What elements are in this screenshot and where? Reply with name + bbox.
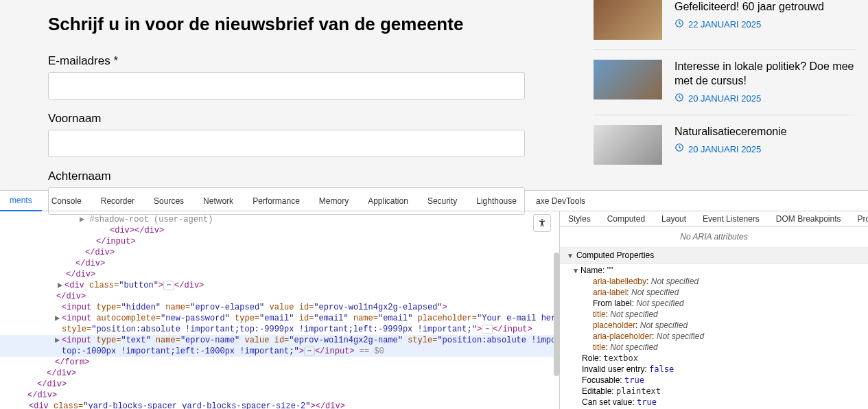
code-line: </form> [0,357,559,368]
elements-tree[interactable]: ▶ #shadow-root (user-agent) <div></div> … [0,211,559,409]
news-thumbnail [594,60,662,100]
subtab-properties[interactable]: Prop [849,211,868,226]
code-line: </div> [0,390,559,401]
svg-point-3 [541,219,543,220]
tab-application[interactable]: Application [358,191,418,211]
code-line: </div> [0,258,559,269]
prop-subrow: From label: Not specified [560,298,868,309]
tab-recorder[interactable]: Recorder [91,191,144,211]
tab-security[interactable]: Security [418,191,467,211]
form-title: Schrijf u in voor de nieuwsbrief van de … [48,14,546,35]
subtab-layout[interactable]: Layout [653,211,694,226]
computed-properties-header[interactable]: ▼Computed Properties [560,248,868,264]
tab-elements[interactable]: ments [0,191,42,211]
styles-tabbar: Styles Computed Layout Event Listeners D… [560,211,868,226]
news-item[interactable]: Interesse in lokale politiek? Doe mee me… [594,49,856,115]
code-line: ▶ #shadow-root (user-agent) [0,214,559,225]
prop-subrow: placeholder: Not specified [560,320,868,331]
clock-icon [675,19,684,31]
newsletter-form: Schrijf u in voor de nieuwsbrief van de … [0,0,594,190]
devtools-panel: ments Console Recorder Sources Network P… [0,190,868,409]
code-line: style="position:absolute !important;top:… [0,324,559,335]
news-title: Gefeliciteerd! 60 jaar getrouwd [675,0,856,14]
email-input[interactable] [48,72,525,100]
prop-row: Focusable: true [560,375,868,386]
code-line: </div> [0,291,559,302]
prop-subrow: aria-label: Not specified [560,287,868,298]
prop-row: Editable: plaintext [560,386,868,397]
no-aria-message: No ARIA attributes [560,226,868,248]
news-date: 20 JANUARI 2025 [688,144,761,154]
tab-console[interactable]: Console [42,191,91,211]
subtab-dombreakpoints[interactable]: DOM Breakpoints [768,211,849,226]
tab-network[interactable]: Network [193,191,243,211]
code-line-selected[interactable]: top:-1000px !important;left:-1000px !imp… [0,346,559,357]
code-line: ▶<div class="button">⋯</div> [0,280,559,291]
subtab-computed[interactable]: Computed [599,211,653,226]
prop-subrow: aria-placeholder: Not specified [560,331,868,342]
styles-panel: Styles Computed Layout Event Listeners D… [559,211,868,409]
clock-icon [675,93,684,105]
code-line: <div></div> [0,225,559,236]
news-item[interactable]: Naturalisatieceremonie 20 JANUARI 2025 [594,115,856,174]
code-line: ▶<input autocomplete="new-password" type… [0,313,559,324]
subtab-styles[interactable]: Styles [560,211,599,226]
subtab-eventlisteners[interactable]: Event Listeners [694,211,768,226]
news-sidebar: Gefeliciteerd! 60 jaar getrouwd 22 JANUA… [594,0,868,190]
code-line-selected[interactable]: ▶<input type="text" name="eprov-name" va… [0,335,559,346]
accessibility-button[interactable] [533,214,551,232]
tab-sources[interactable]: Sources [144,191,193,211]
tab-performance[interactable]: Performance [243,191,309,211]
news-thumbnail [594,125,662,165]
tab-memory[interactable]: Memory [309,191,358,211]
lastname-label: Achternaam [48,170,546,183]
devtools-tabbar: ments Console Recorder Sources Network P… [0,191,868,211]
code-line: <div class="yard-blocks-spacer yard-bloc… [0,401,559,409]
prop-row: Can set value: true [560,397,868,408]
prop-row: Role: textbox [560,353,868,364]
firstname-label: Voornaam [48,112,546,126]
firstname-input[interactable] [48,130,525,157]
prop-subrow: title: Not specified [560,309,868,320]
prop-row[interactable]: ▼Name: "" [560,265,868,276]
news-date: 20 JANUARI 2025 [688,93,761,104]
code-line: </input> [0,236,559,247]
code-line: </div> [0,269,559,280]
tab-axedevtools[interactable]: axe DevTools [526,191,595,211]
code-line: </div> [0,368,559,379]
code-line: <input type="hidden" name="eprov-elapsed… [0,302,559,313]
news-thumbnail [594,0,662,40]
clock-icon [675,143,684,155]
news-date: 22 JANUARI 2025 [688,19,761,30]
email-label: E-mailadres * [48,54,546,68]
tab-lighthouse[interactable]: Lighthouse [467,191,526,211]
news-title: Interesse in lokale politiek? Doe mee me… [675,60,856,89]
prop-row: Invalid user entry: false [560,364,868,375]
news-item[interactable]: Gefeliciteerd! 60 jaar getrouwd 22 JANUA… [594,0,856,49]
code-line: </div> [0,247,559,258]
news-title: Naturalisatieceremonie [675,125,856,139]
prop-subrow: aria-labelledby: Not specified [560,276,868,287]
code-line: </div> [0,379,559,390]
prop-subrow: title: Not specified [560,342,868,353]
scrollbar[interactable] [554,253,559,376]
